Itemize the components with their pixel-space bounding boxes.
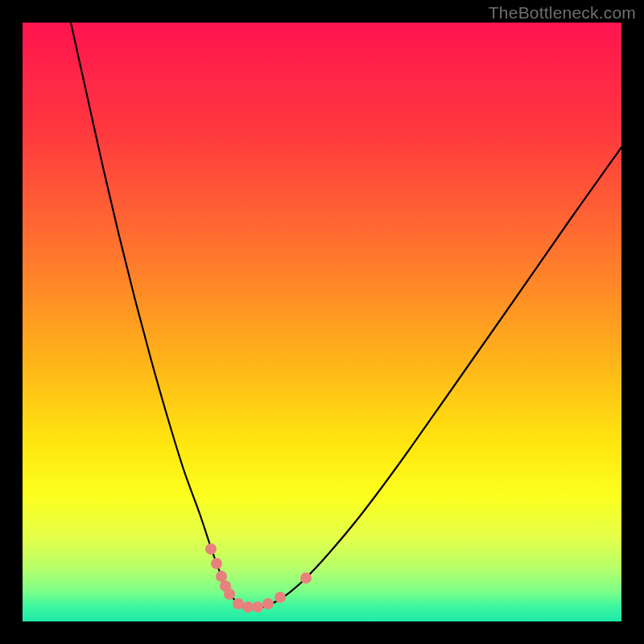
trough-marker bbox=[233, 598, 244, 609]
trough-marker bbox=[211, 558, 222, 569]
trough-marker bbox=[224, 588, 235, 600]
trough-marker bbox=[216, 571, 227, 582]
chart-frame: TheBottleneck.com bbox=[0, 0, 644, 644]
curve-layer bbox=[23, 23, 621, 621]
trough-marker bbox=[205, 543, 217, 555]
trough-marker bbox=[275, 592, 286, 603]
plot-area bbox=[23, 23, 621, 621]
trough-marker bbox=[242, 601, 254, 613]
marker-group bbox=[205, 543, 312, 613]
trough-marker bbox=[262, 598, 274, 609]
trough-marker bbox=[300, 572, 312, 584]
watermark-text: TheBottleneck.com bbox=[489, 3, 636, 23]
trough-marker bbox=[252, 601, 263, 613]
bottleneck-curve bbox=[71, 23, 621, 609]
